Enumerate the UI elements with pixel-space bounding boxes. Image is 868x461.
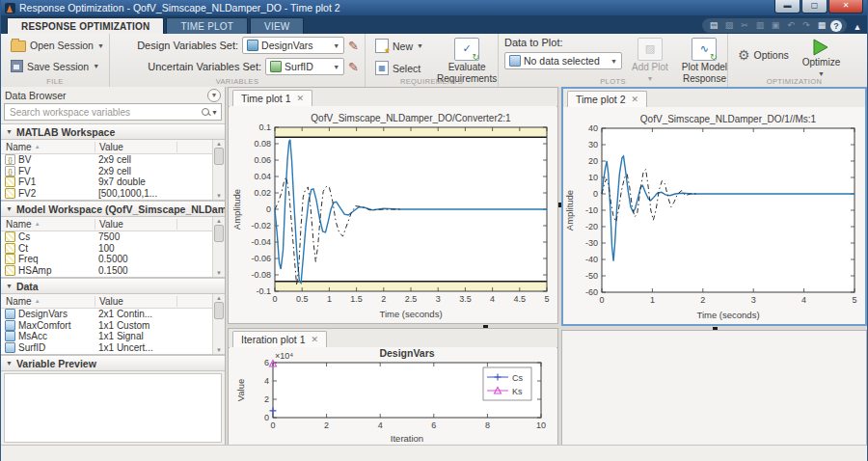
scrollbar[interactable]: ▲▼ [212,294,225,354]
variable-type-icon [5,309,15,319]
dropdown-caret-icon: ▼ [93,63,99,69]
paste-icon[interactable]: ▣ [769,19,782,32]
variable-type-icon [5,154,15,165]
optimize-button[interactable]: Optimize ▼ [799,37,844,80]
column-header-name[interactable]: Name▲ [1,219,95,230]
collapse-icon: ▼ [6,128,13,135]
scrollbar[interactable]: ▲▼ [212,140,225,200]
table-row[interactable]: MaxComfort1x1 Custom [1,320,225,332]
tab-time-plot-2[interactable]: Time plot 2 ✕ [567,91,647,108]
close-tab-icon[interactable]: ✕ [297,95,305,103]
table-row[interactable]: SurfID1x1 Uncert... [1,342,225,354]
scrollbar-thumb[interactable] [214,225,224,242]
search-options-caret-icon[interactable]: ▼ [211,109,218,116]
iteration-plot-1-chart: 02468100246DesignVarsIterationValue×10⁴C… [231,347,556,445]
options-button[interactable]: ⚙ Options [734,46,793,64]
table-row[interactable]: HSAmp0.1500 [1,265,225,277]
section-header-model-workspace[interactable]: ▼ Model Workspace (QofV_Simscape_NLDampe… [1,201,225,217]
save-icon[interactable]: ▨ [722,19,736,32]
new-requirement-button[interactable]: ★ New▼ [371,37,427,55]
section-header-matlab-workspace[interactable]: ▼ MATLAB Workspace [1,123,225,140]
edit-design-variables-icon[interactable]: ✎ [348,40,359,52]
svg-text:20: 20 [587,156,597,166]
ribbon-section-plots: Data to Plot: No data selected ▼ ▨ Add P… [499,34,728,87]
table-row[interactable]: MsAcc1x1 Signal [1,331,225,342]
maximize-button[interactable]: ▢ [801,0,827,14]
undo-icon[interactable]: ↶ [784,19,798,32]
tab-time-plot-1[interactable]: Time plot 1 ✕ [232,90,312,107]
iteration-plot-1-chart-area: 02468100246DesignVarsIterationValue×10⁴C… [230,347,556,444]
column-header-value[interactable]: Value [95,296,177,307]
scrollbar[interactable]: ▲▼ [212,217,225,277]
svg-text:0: 0 [263,413,268,422]
variable-type-icon [5,320,15,331]
data-to-plot-label: Data to Plot: [504,37,622,48]
svg-text:0: 0 [272,294,277,304]
svg-text:4: 4 [377,420,382,430]
select-requirement-button[interactable]: ▦ Select [371,59,427,77]
column-header-value[interactable]: Value [95,219,177,230]
table-row[interactable]: FV2[500,1000,1... [1,188,225,200]
table-row[interactable]: Cs7500 [1,231,225,243]
tab-iteration-plot-1[interactable]: Iteration plot 1 ✕ [232,331,327,348]
svg-text:-0.02: -0.02 [251,221,271,230]
copy-icon[interactable]: ▥ [753,19,767,32]
table-row[interactable]: Freq0.5000 [1,254,225,265]
search-box: ▼ [4,103,222,121]
search-icon[interactable] [201,107,211,118]
time-plot-2-chart: 012345-60-50-40-30-20-10010203040QofV_Si… [565,107,864,321]
ribbon-tab-strip: RESPONSE OPTIMIZATION TIME PLOT VIEW ▤ ▨… [1,15,867,34]
splitter-handle[interactable] [558,203,561,207]
quick-access-toolbar: ▤ ▨ ✂ ▥ ▣ ↶ ↷ ▦ ? [702,18,847,33]
minimize-ribbon-icon[interactable]: ▲ [851,21,864,34]
close-tab-icon[interactable]: ✕ [312,336,319,344]
table-row[interactable]: BV2x9 cell [1,154,225,166]
panel-menu-icon[interactable]: ▼ [207,89,221,102]
splitter-handle[interactable] [483,325,488,328]
table-row[interactable]: FV2x9 cell [1,166,225,177]
table-row[interactable]: FV19x7 double [1,176,225,188]
edit-uncertain-variables-icon[interactable]: ✎ [348,61,359,73]
data-table: Name▲ Value DesignVars2x1 Contin... MaxC… [1,294,225,355]
table-row[interactable]: DesignVars2x1 Contin... [1,309,225,320]
cut-icon[interactable]: ✂ [738,19,751,32]
main-area: Data Browser ▼ ▼ ▼ MATLAB Workspace Name… [1,87,867,446]
column-header-value[interactable]: Value [95,142,177,152]
help-icon[interactable]: ? [830,20,842,32]
svg-text:0.04: 0.04 [254,172,271,181]
column-header-name[interactable]: Name▲ [1,296,95,307]
new-script-icon[interactable]: ▤ [707,19,720,32]
scrollbar-thumb[interactable] [214,148,224,165]
data-browser-title: Data Browser [5,90,67,101]
table-row[interactable]: Ct100 [1,243,225,255]
tab-response-optimization[interactable]: RESPONSE OPTIMIZATION [7,17,164,34]
svg-text:0.1: 0.1 [258,122,271,132]
close-button[interactable]: ✕ [828,0,863,14]
minimize-button[interactable]: ▬ [774,0,800,14]
tab-time-plot[interactable]: TIME PLOT [166,17,248,34]
column-header-name[interactable]: Name▲ [1,142,95,152]
section-header-variable-preview[interactable]: ▼ Variable Preview [1,355,225,371]
design-variables-combo[interactable]: DesignVars ▼ [242,37,344,54]
search-input[interactable] [8,106,201,119]
window-layout-icon[interactable]: ▦ [815,19,828,32]
scrollbar-thumb[interactable] [214,302,224,319]
surf-id-icon [270,61,282,72]
redo-icon[interactable]: ↷ [800,19,813,32]
svg-text:Amplitude: Amplitude [565,190,575,230]
open-session-button[interactable]: Open Session▼ [7,37,108,54]
tab-view[interactable]: VIEW [250,17,304,34]
design-variables-label: Design Variables Set: [137,40,238,51]
section-header-data[interactable]: ▼ Data [1,278,225,294]
close-tab-icon[interactable]: ✕ [632,95,639,104]
splitter-handle[interactable] [713,327,718,330]
svg-text:0: 0 [265,204,270,214]
design-vars-icon [247,40,258,51]
uncertain-variables-combo[interactable]: SurfID ▼ [265,58,344,75]
plot-model-response-icon: ∿↻ [692,38,717,61]
save-session-button[interactable]: Save Session▼ [7,58,108,74]
svg-text:2: 2 [263,394,268,404]
data-to-plot-combo[interactable]: No data selected ▼ [504,52,622,69]
title-bar: Response Optimization - QofV_Simscape_NL… [1,0,867,15]
svg-text:QofV_Simscape_NLDamper_DO/Conv: QofV_Simscape_NLDamper_DO/Converter2:1 [311,113,511,123]
